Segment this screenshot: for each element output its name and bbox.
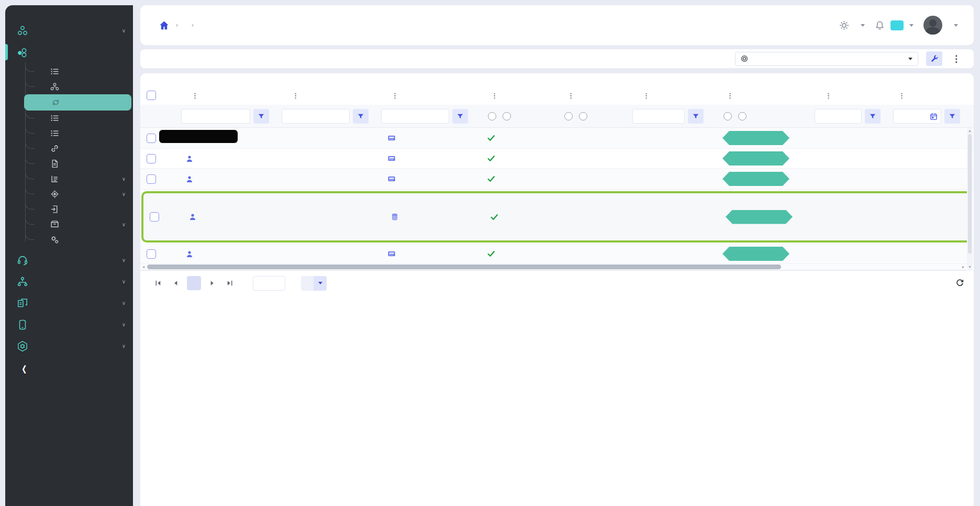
table-row-highlighted[interactable] [141,191,973,243]
sidebar-item-ci-relations-attributes[interactable] [5,141,133,156]
sidebar-item-manage-users[interactable]: ∨ [5,271,133,292]
column-header-person-active[interactable]: ⋮ [473,92,550,100]
filter-button[interactable] [688,109,704,124]
horizontal-scrollbar[interactable]: ◂ ▸ [140,264,966,270]
is-false-radio[interactable] [738,112,747,120]
calendar-icon[interactable] [930,113,938,120]
page-number-button[interactable] [187,276,201,290]
page-number-input[interactable] [253,276,285,291]
grid-toolbar: ⋮ [140,49,974,68]
toggle-menu-button[interactable]: ❬ [5,358,133,380]
row-checkbox[interactable] [147,154,156,163]
row-checkbox[interactable] [150,212,159,222]
grid-settings-button[interactable] [926,51,942,66]
column-menu-icon[interactable]: ⋮ [898,92,905,100]
filter-input[interactable] [181,109,250,124]
is-true-radio[interactable] [488,112,496,120]
sidebar-item-asset-management[interactable]: ∨ [5,20,133,41]
column-header-created-by[interactable]: ⋮ [807,92,886,100]
header-select-all [140,91,174,100]
home-icon[interactable] [159,20,169,30]
chevron-down-icon[interactable] [861,24,865,27]
column-menu-icon[interactable]: ⋮ [643,92,650,100]
chevron-left-icon: ❬ [21,364,28,373]
filter-input[interactable] [815,109,862,124]
column-header-attributes[interactable]: ⋮ [625,92,709,100]
column-header-relation[interactable]: ⋮ [274,92,374,100]
sidebar-item-cmdb[interactable] [5,41,133,63]
table-row[interactable] [140,128,974,149]
scroll-down-icon[interactable]: ▾ [968,265,971,269]
filter-input[interactable] [282,109,350,124]
chevron-down-icon[interactable] [909,24,914,27]
is-true-radio[interactable] [723,112,732,120]
table-row[interactable] [140,169,974,190]
table-row[interactable] [140,244,974,264]
page-size-select[interactable] [301,276,327,291]
sidebar-item-document-management[interactable]: ∨ [5,292,133,314]
column-menu-icon[interactable]: ⋮ [491,92,498,100]
sidebar-item-ci-relation-types[interactable] [5,126,133,141]
refresh-icon[interactable] [955,279,964,288]
filter-button[interactable] [944,109,960,124]
column-menu-icon[interactable]: ⋮ [392,92,398,100]
funnel-icon [357,113,364,120]
scroll-left-icon[interactable]: ◂ [142,265,144,269]
is-false-radio[interactable] [579,112,587,120]
sidebar-item-configuration[interactable] [5,232,133,247]
column-menu-icon[interactable]: ⋮ [567,92,574,100]
row-checkbox[interactable] [147,174,156,184]
select-all-checkbox[interactable] [147,91,156,100]
check-icon [487,154,496,163]
bell-icon[interactable] [875,20,885,30]
column-menu-icon[interactable]: ⋮ [825,92,832,100]
column-menu-icon[interactable]: ⋮ [292,92,299,100]
notification-badge[interactable] [890,20,904,30]
prev-page-button[interactable] [172,279,180,287]
sidebar-item-actions[interactable]: ∨ [5,186,133,202]
filter-button[interactable] [353,109,369,124]
gear-icon[interactable] [839,20,849,30]
sidebar-item-rules[interactable]: ∨ [5,171,133,186]
column-header-person-active-2[interactable]: ⋮ [550,92,625,100]
is-true-radio[interactable] [564,112,573,120]
scroll-right-icon[interactable]: ▸ [962,265,964,269]
avatar[interactable] [923,16,942,35]
filter-input[interactable] [381,109,449,124]
scrollbar-thumb[interactable] [147,265,781,269]
row-checkbox[interactable] [147,134,156,143]
filter-input[interactable] [632,109,685,124]
vertical-scrollbar[interactable]: ▴ ▾ [967,128,973,270]
column-header-created-date[interactable]: ⋮ [886,92,965,100]
sidebar-item-data-files-import[interactable] [5,202,133,217]
sidebar-item-settings[interactable]: ∨ [5,335,133,357]
sidebar-item-data-sources[interactable]: ∨ [5,217,133,232]
first-page-button[interactable] [154,279,162,287]
check-icon [487,249,496,258]
column-menu-icon[interactable]: ⋮ [727,92,733,100]
is-false-radio[interactable] [503,112,511,120]
column-header-active[interactable]: ⋮ [709,92,807,100]
sidebar-item-configuration-items[interactable] [5,64,133,79]
sidebar-item-servicedesk[interactable]: ∨ [5,249,133,271]
column-menu-icon[interactable]: ⋮ [192,92,198,100]
sidebar-item-ci-types[interactable] [5,79,133,94]
row-checkbox[interactable] [147,249,156,259]
column-header-configuration-item[interactable]: ⋮ [174,92,274,100]
chevron-down-icon[interactable] [954,24,958,27]
table-row[interactable] [140,149,974,169]
more-options-button[interactable]: ⋮ [950,54,962,63]
sidebar-item-ci-relations[interactable] [24,94,131,111]
last-page-button[interactable] [226,279,233,287]
sidebar-item-mobile-management[interactable]: ∨ [5,314,133,335]
next-page-button[interactable] [208,279,216,287]
filter-button[interactable] [253,109,269,124]
scroll-up-icon[interactable]: ▴ [968,129,971,133]
filter-button[interactable] [865,109,881,124]
filter-button[interactable] [452,109,468,124]
view-selector-dropdown[interactable] [735,52,918,66]
sidebar-item-ci-attributes[interactable] [5,111,133,126]
scrollbar-thumb[interactable] [968,134,972,254]
column-header-configuration-item-2[interactable]: ⋮ [374,92,473,100]
sidebar-item-ci-relations-forms[interactable] [5,156,133,171]
